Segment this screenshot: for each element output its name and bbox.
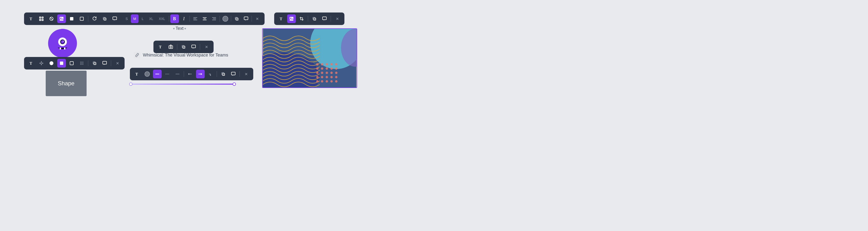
- svg-rect-13: [113, 17, 117, 20]
- text-tool-arrow[interactable]: T: [133, 70, 142, 78]
- rotate-button[interactable]: [90, 14, 99, 23]
- italic-button[interactable]: I: [180, 14, 188, 23]
- align-left-button[interactable]: [191, 14, 199, 23]
- svg-point-102: [326, 80, 328, 83]
- square-outline-button[interactable]: [78, 14, 86, 23]
- svg-rect-67: [222, 73, 225, 75]
- arrow-handle-right[interactable]: [232, 82, 236, 86]
- arrow-end-button[interactable]: [196, 70, 205, 78]
- arrow-handle-left[interactable]: [129, 82, 132, 86]
- svg-rect-68: [222, 73, 224, 75]
- svg-point-85: [316, 67, 319, 70]
- svg-rect-4: [42, 19, 43, 21]
- duplicate-2-button[interactable]: [90, 59, 99, 68]
- arrow-line-container: [131, 82, 234, 87]
- arrow-color-button[interactable]: [143, 70, 152, 78]
- text-color-button[interactable]: [221, 14, 230, 23]
- circle-shape-button[interactable]: [47, 59, 56, 68]
- svg-point-21: [39, 63, 40, 64]
- close-text-button[interactable]: ✕: [253, 14, 262, 23]
- size-m-button[interactable]: M: [131, 14, 138, 23]
- text-tool-button[interactable]: T: [27, 14, 36, 23]
- divider-5: [169, 16, 169, 22]
- svg-point-83: [331, 63, 333, 66]
- svg-point-100: [316, 80, 319, 83]
- comment-text-button[interactable]: [242, 14, 250, 23]
- image-toolbar: T: [24, 12, 135, 25]
- svg-rect-10: [80, 17, 84, 21]
- svg-rect-9: [70, 17, 73, 21]
- divider-3: [88, 60, 88, 66]
- text-tool-media[interactable]: T: [277, 14, 286, 23]
- duplicate-media-button[interactable]: [310, 14, 319, 23]
- image-active-button[interactable]: [57, 14, 66, 23]
- align-center-button[interactable]: [200, 14, 209, 23]
- link-text-label: Whimsical: The Visual Workspace for Team…: [143, 53, 228, 58]
- arrow-line: [131, 84, 234, 85]
- divider-6: [189, 16, 190, 22]
- shape-element: Shape: [46, 71, 87, 96]
- svg-rect-63: [188, 73, 189, 75]
- dots-grid-button[interactable]: [78, 59, 86, 68]
- divider-8: [231, 16, 231, 22]
- duplicate-link-button[interactable]: [179, 42, 188, 51]
- crop-button[interactable]: [297, 14, 306, 23]
- size-l-button[interactable]: L: [139, 14, 146, 23]
- grid-button[interactable]: [37, 14, 46, 23]
- svg-line-6: [50, 17, 53, 20]
- svg-rect-71: [289, 17, 293, 21]
- svg-rect-74: [313, 17, 315, 20]
- svg-rect-38: [93, 62, 95, 64]
- size-s-button[interactable]: S: [123, 14, 130, 23]
- align-right-button[interactable]: [210, 14, 218, 23]
- monster-circle: [48, 29, 77, 58]
- size-xxl-button[interactable]: XXL: [156, 14, 167, 23]
- size-xl-button[interactable]: XL: [147, 14, 156, 23]
- svg-rect-55: [183, 46, 185, 48]
- svg-rect-51: [244, 17, 248, 20]
- arrow-line-thin-button[interactable]: [173, 70, 182, 78]
- square-outline-2-button[interactable]: [67, 59, 76, 68]
- duplicate-text-button[interactable]: [232, 14, 241, 23]
- arrow-start-none-button[interactable]: [186, 70, 194, 78]
- text-tool-link[interactable]: T: [156, 42, 165, 51]
- photo-button[interactable]: [166, 42, 175, 51]
- bold-button[interactable]: B: [170, 14, 179, 23]
- comment-arrow-button[interactable]: [229, 70, 238, 78]
- comment-link-button[interactable]: [189, 42, 198, 51]
- arrow-elbow-button[interactable]: [206, 70, 215, 78]
- link-text-row: Whimsical: The Visual Workspace for Team…: [134, 52, 228, 58]
- square-fill-button[interactable]: [67, 14, 76, 23]
- svg-rect-1: [39, 17, 41, 18]
- close-2-button[interactable]: ✕: [113, 59, 122, 68]
- svg-rect-50: [235, 17, 237, 20]
- svg-point-99: [335, 76, 337, 78]
- media-toolbar: T ✕: [274, 12, 344, 25]
- duplicate-arrow-button[interactable]: [219, 70, 227, 78]
- text-right-dot: [184, 28, 186, 29]
- nodes-button[interactable]: [37, 59, 46, 68]
- close-arrow-button[interactable]: ✕: [242, 70, 250, 78]
- comment-button[interactable]: [111, 14, 119, 23]
- block-button[interactable]: [47, 14, 56, 23]
- svg-marker-66: [210, 75, 211, 76]
- duplicate-button[interactable]: [100, 14, 109, 23]
- svg-rect-2: [42, 17, 43, 18]
- arrow-toolbar: T: [130, 68, 253, 80]
- link-icon: [134, 52, 141, 58]
- square-shape-active-button[interactable]: [57, 59, 66, 68]
- svg-rect-11: [104, 18, 106, 20]
- close-link-button[interactable]: ✕: [202, 42, 211, 51]
- arrow-line-solid-button[interactable]: [153, 70, 162, 78]
- comment-2-button[interactable]: [100, 59, 109, 68]
- svg-point-88: [331, 67, 333, 70]
- image-media-button[interactable]: [287, 14, 296, 23]
- svg-point-97: [326, 76, 328, 78]
- svg-point-24: [41, 64, 42, 65]
- arrow-line-dashed-button[interactable]: [163, 70, 172, 78]
- svg-point-91: [321, 72, 323, 74]
- text-tool-btn-2[interactable]: T: [27, 59, 36, 68]
- svg-rect-73: [314, 18, 316, 20]
- close-media-button[interactable]: ✕: [333, 14, 342, 23]
- comment-media-button[interactable]: [320, 14, 329, 23]
